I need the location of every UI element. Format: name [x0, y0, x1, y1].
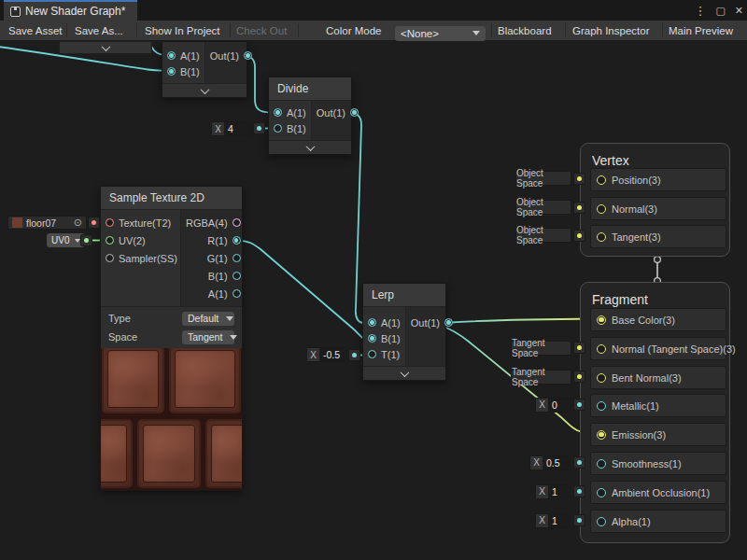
show-in-project-button[interactable]: Show In Project [145, 21, 220, 40]
object-picker-icon[interactable]: ⊙ [74, 217, 82, 228]
graph-canvas[interactable]: A(1) B(1) Out(1) Divide A(1) B(1) Out(1)… [0, 0, 747, 560]
maximize-icon[interactable]: ▢ [715, 5, 725, 17]
node-preview-toggle[interactable] [269, 140, 351, 154]
port-divide-out[interactable] [350, 108, 359, 117]
node-preview-toggle[interactable] [162, 83, 247, 97]
chevron-down-icon [400, 368, 409, 377]
port-add-b[interactable] [167, 67, 176, 76]
port-alpha[interactable] [597, 517, 606, 526]
block-row-position[interactable]: Position(3) [590, 168, 726, 191]
block-row-ambient-occlusion[interactable]: Ambient Occlusion(1) [590, 481, 726, 504]
port-ambient-occlusion[interactable] [597, 488, 606, 497]
block-row-alpha[interactable]: Alpha(1) [590, 510, 726, 533]
port-g[interactable] [233, 254, 241, 262]
chevron-down-icon[interactable] [101, 42, 110, 51]
space-dropdown[interactable]: Tangent [182, 330, 234, 344]
window-menu-icon[interactable]: ⋮ [694, 4, 706, 18]
port-divide-b[interactable] [274, 124, 282, 133]
port-add-a[interactable] [167, 51, 176, 60]
metallic-value-field[interactable]: X0 [535, 398, 571, 413]
value-input[interactable]: 4 [224, 122, 251, 135]
texture-object-field[interactable]: floor07 ⊙ [7, 216, 87, 230]
port-normal[interactable] [597, 204, 606, 214]
port-sampler[interactable] [106, 254, 114, 262]
node-lerp[interactable]: Lerp A(1) B(1) T(1) Out(1) [362, 283, 446, 381]
port-lerp-a[interactable] [368, 318, 376, 327]
texture-port-dot[interactable] [88, 217, 100, 229]
port-position[interactable] [597, 175, 606, 185]
block-fragment[interactable]: Fragment Base Color(3) Normal (Tangent S… [580, 282, 730, 543]
node-preview-toggle[interactable] [363, 366, 445, 380]
port-emission[interactable] [597, 430, 606, 440]
node-add-partial[interactable]: A(1) B(1) Out(1) [162, 41, 247, 98]
block-row-normal-ts[interactable]: Normal (Tangent Space)(3) [590, 337, 726, 360]
color-mode-dropdown[interactable]: <None> [395, 26, 486, 41]
type-dropdown[interactable]: Default [182, 312, 234, 326]
block-row-metallic[interactable]: Metallic(1) [590, 394, 726, 417]
block-row-normal[interactable]: Normal(3) [590, 197, 726, 220]
node-divide[interactable]: Divide A(1) B(1) Out(1) [268, 77, 352, 155]
value-input[interactable]: 1 [548, 485, 570, 498]
port-normal-tangent-space[interactable] [597, 344, 606, 354]
binding-dot [573, 202, 585, 214]
shader-graph-icon [10, 7, 21, 17]
port-divide-a[interactable] [274, 108, 282, 117]
close-icon[interactable]: ✕ [735, 5, 743, 17]
block-vertex[interactable]: Vertex Position(3) Normal(3) Tangent(3) [580, 143, 730, 257]
port-texture[interactable] [106, 218, 114, 227]
port-smoothness[interactable] [597, 459, 606, 469]
divide-b-port-dot[interactable] [253, 122, 265, 134]
node-title[interactable]: Sample Texture 2D [101, 187, 242, 210]
alpha-value-field[interactable]: X1 [535, 513, 571, 528]
smoothness-value-field[interactable]: X0.5 [529, 455, 571, 470]
blackboard-toggle-button[interactable]: Blackboard [498, 21, 552, 40]
block-row-base-color[interactable]: Base Color(3) [590, 308, 726, 331]
port-uv[interactable] [106, 236, 114, 245]
color-mode-label: Color Mode [326, 21, 381, 40]
binding-object-space-1[interactable]: Object Space [515, 171, 571, 186]
main-preview-toggle-button[interactable]: Main Preview [669, 21, 733, 40]
port-lerp-out[interactable] [444, 318, 453, 327]
block-row-tangent[interactable]: Tangent(3) [590, 225, 726, 248]
divide-b-value-field[interactable]: X 4 [211, 121, 252, 136]
node-title[interactable]: Lerp [363, 284, 445, 307]
lerp-t-port-dot[interactable] [348, 349, 360, 361]
binding-tangent-space-1[interactable]: Tangent Space [511, 341, 571, 356]
value-input[interactable]: -0.5 [319, 348, 346, 361]
block-row-bent-normal[interactable]: Bent Normal(3) [590, 366, 726, 389]
port-metallic[interactable] [597, 401, 606, 411]
port-add-out[interactable] [244, 51, 252, 60]
chevron-down-icon [200, 85, 209, 94]
port-tangent[interactable] [597, 232, 606, 242]
port-r[interactable] [233, 236, 241, 245]
port-lerp-b[interactable] [368, 334, 376, 343]
binding-object-space-3[interactable]: Object Space [515, 228, 571, 243]
lerp-t-value-field[interactable]: X -0.5 [306, 347, 347, 362]
node-sample-texture-2d[interactable]: Sample Texture 2D Texture(T2) UV(2) Samp… [100, 186, 243, 491]
port-bent-normal[interactable] [597, 373, 606, 383]
save-as-button[interactable]: Save As... [75, 21, 123, 40]
uv-port-dot[interactable] [80, 234, 92, 246]
save-asset-button[interactable]: Save Asset [8, 21, 63, 40]
block-row-emission[interactable]: Emission(3) [590, 423, 726, 446]
port-lerp-t[interactable] [368, 350, 376, 358]
x-label: X [212, 122, 224, 135]
port-base-color[interactable] [597, 315, 606, 325]
binding-object-space-2[interactable]: Object Space [515, 200, 571, 215]
node-title[interactable]: Divide [269, 77, 351, 101]
edge-sample-r-to-lerp-b[interactable] [235, 241, 367, 340]
value-input[interactable]: 0 [548, 399, 570, 412]
port-a[interactable] [233, 289, 241, 298]
node-collapsed-partial[interactable] [59, 41, 152, 54]
x-label: X [307, 348, 319, 361]
tab-new-shader-graph[interactable]: New Shader Graph* [4, 2, 137, 21]
binding-tangent-space-2[interactable]: Tangent Space [511, 370, 571, 385]
ambient-occlusion-value-field[interactable]: X1 [535, 484, 571, 499]
port-b[interactable] [233, 272, 241, 280]
port-rgba[interactable] [233, 218, 241, 227]
block-row-smoothness[interactable]: Smoothness(1) [590, 452, 726, 475]
graph-inspector-toggle-button[interactable]: Graph Inspector [572, 21, 649, 40]
value-input[interactable]: 1 [548, 514, 570, 527]
value-input[interactable]: 0.5 [543, 456, 570, 469]
edge-lerp-out-to-basecolor[interactable] [440, 319, 598, 324]
